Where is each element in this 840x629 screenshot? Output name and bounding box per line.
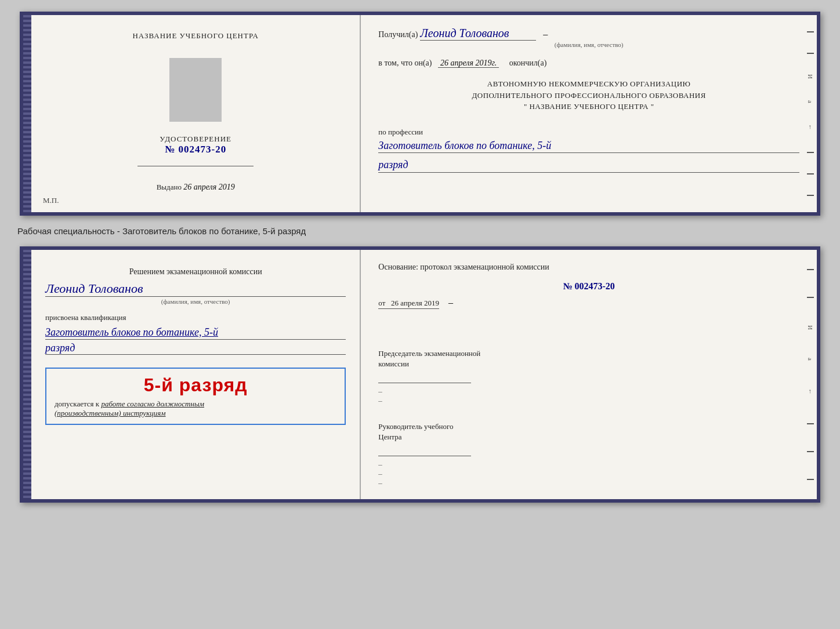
vtom-prefix: в том, что он(а) [378,59,432,67]
stamp-sub: допускается к работе согласно должностны… [55,399,336,418]
vydano-line: Выдано 26 апреля 2019 [157,183,235,192]
edge-dash [807,195,814,196]
poluchil-prefix: Получил(а) [378,30,418,39]
doc-spine-bottom [23,250,31,499]
ot-label: от 26 апреля 2019 [378,299,439,309]
doc-number: № 002473-20 [160,144,231,155]
edge-letter-arrow: ← [807,124,814,132]
komissia-title: Решением экзаменационной комиссии [45,266,346,278]
specialty-label: Рабочая специальность - Заготовитель бло… [17,226,306,236]
stamp-italic2: (производственным) инструкциям [55,409,166,417]
vydano-date: 26 апреля 2019 [183,183,234,191]
prot-number: № 002473-20 [378,281,799,292]
udostoverenie-block: УДОСТОВЕРЕНИЕ № 002473-20 [160,134,231,155]
photo-placeholder [169,58,222,122]
top-document-card: НАЗВАНИЕ УЧЕБНОГО ЦЕНТРА УДОСТОВЕРЕНИЕ №… [20,12,820,216]
dash-line: – [378,460,799,469]
rukov-label: Руководитель учебного Центра [378,421,799,442]
edge-dash [807,451,814,452]
edge-letter-a: а [807,100,814,104]
bottom-document-card: Решением экзаменационной комиссии Леонид… [20,246,820,503]
profession-label: по профессии [378,128,799,137]
edge-letter-i-b: И [807,325,814,331]
stamp-box: 5-й разряд допускается к работе согласно… [45,368,346,425]
vtom-line: в том, что он(а) 26 апреля 2019г. окончи… [378,59,799,68]
edge-dash [807,297,814,298]
stamp-italic: работе согласно должностным [101,399,204,408]
bottom-right-panel: Основание: протокол экзаменационной коми… [361,250,817,499]
bottom-left-panel: Решением экзаменационной комиссии Леонид… [31,250,361,499]
komissia-name: Леонид Толованов [45,281,346,297]
fio-sub-bottom: (фамилия, имя, отчество) [45,298,346,305]
top-center-title: НАЗВАНИЕ УЧЕБНОГО ЦЕНТРА [132,31,258,41]
right-edge-marks-bottom: И а ← [804,250,817,499]
edge-dash [807,31,814,32]
profession-block: по профессии Заготовитель блоков по бота… [378,128,799,173]
autonomous-line1: АВТОНОМНУЮ НЕКОММЕРЧЕСКУЮ ОРГАНИЗАЦИЮ [378,78,799,90]
razryad-value: разряд [378,159,799,173]
edge-dash [807,423,814,424]
razryad-bottom: разряд [45,342,346,355]
edge-dash [807,53,814,54]
rukov-block: Руководитель учебного Центра – – – [378,421,799,488]
edge-letter-a-b: а [807,358,814,362]
rukov-sign-line [378,445,471,456]
doc-spine [23,15,31,212]
doc-number-value: 002473-20 [179,144,227,155]
spacer [378,331,799,343]
edge-letter-i: И [807,74,814,80]
bottom-right-content: Основание: протокол экзаменационной коми… [378,261,799,488]
dash-line: – [378,478,799,488]
mp-label: М.П. [43,196,59,205]
autonomous-block: АВТОНОМНУЮ НЕКОММЕРЧЕСКУЮ ОРГАНИЗАЦИЮ ДО… [378,78,799,112]
recipient-name: Леонид Толованов [420,27,536,41]
stamp-dopusk: допускается к [55,399,99,408]
autonomous-line3: " НАЗВАНИЕ УЧЕБНОГО ЦЕНТРА " [378,101,799,112]
osnovanie-title: Основание: протокол экзаменационной коми… [378,261,799,273]
fio-sub: (фамилия, имя, отчество) [378,41,799,48]
doc-type-label: УДОСТОВЕРЕНИЕ [160,134,231,144]
predsedatel-block: Председатель экзаменационной комиссии – … [378,348,799,405]
prisvoena-label: присвоена квалификация [45,313,346,322]
doc-number-prefix: № [165,144,175,155]
dash-line: – [378,469,799,478]
profession-value: Заготовитель блоков по ботанике, 5-й [378,139,799,153]
edge-dash [807,269,814,270]
autonomous-line2: ДОПОЛНИТЕЛЬНОГО ПРОФЕССИОНАЛЬНОГО ОБРАЗО… [378,90,799,101]
edge-dash [807,173,814,174]
top-left-panel: НАЗВАНИЕ УЧЕБНОГО ЦЕНТРА УДОСТОВЕРЕНИЕ №… [31,15,361,212]
kvalif-value: Заготовитель блоков по ботанике, 5-й [45,326,346,340]
top-right-panel: Получил(а) Леонид Толованов – (фамилия, … [361,15,817,212]
okonchil: окончил(а) [509,59,547,67]
predsedatel-label: Председатель экзаменационной комиссии [378,348,799,369]
right-edge-marks: И а ← [804,15,817,212]
ot-date: 26 апреля 2019 [391,299,439,307]
edge-dash [807,479,814,480]
recipient-section: Получил(а) Леонид Толованов – (фамилия, … [378,27,799,48]
predsedatel-sign-line [378,372,471,383]
dash-line: – [378,387,799,396]
vydano-label: Выдано [157,183,182,191]
edge-dash [807,152,814,153]
dash-line: – [378,396,799,405]
ot-block: от 26 апреля 2019 – [378,297,799,319]
stamp-main: 5-й разряд [55,375,336,396]
vtom-date: 26 апреля 2019г. [438,59,499,68]
edge-letter-arrow-b: ← [807,388,814,396]
